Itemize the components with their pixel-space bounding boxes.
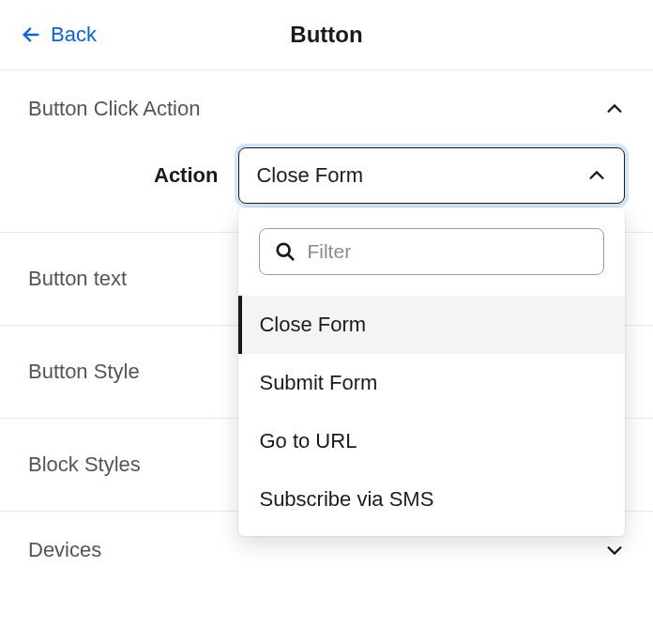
section-header-click-action[interactable]: Button Click Action <box>0 70 653 147</box>
option-submit-form[interactable]: Submit Form <box>238 354 625 412</box>
section-title: Devices <box>28 538 101 562</box>
header: Back Button <box>0 0 653 70</box>
svg-line-2 <box>289 254 294 259</box>
back-label: Back <box>51 23 97 47</box>
page-title: Button <box>290 22 362 48</box>
chevron-up-icon <box>586 165 607 186</box>
option-go-to-url[interactable]: Go to URL <box>238 412 625 470</box>
action-selected-value: Close Form <box>256 163 363 188</box>
back-button[interactable]: Back <box>21 23 97 47</box>
option-subscribe-sms[interactable]: Subscribe via SMS <box>238 470 625 529</box>
search-icon <box>275 241 296 262</box>
action-label: Action <box>154 163 218 188</box>
filter-input[interactable] <box>307 240 588 263</box>
section-title: Button text <box>28 267 127 290</box>
section-title: Button Click Action <box>28 97 200 121</box>
action-select[interactable]: Close Form <box>238 147 625 204</box>
filter-input-wrap[interactable] <box>259 228 604 275</box>
section-button-click-action: Button Click Action Action Close Form <box>0 70 653 233</box>
chevron-down-icon <box>604 540 625 560</box>
section-title: Button Style <box>28 360 140 383</box>
action-dropdown: Close Form Submit Form Go to URL Subscri… <box>238 207 625 536</box>
action-select-wrap: Close Form Close Form Submit For <box>238 147 625 204</box>
chevron-up-icon <box>604 99 625 119</box>
option-close-form[interactable]: Close Form <box>238 296 625 354</box>
action-row: Action Close Form Cl <box>0 147 653 232</box>
section-title: Block Styles <box>28 452 141 476</box>
filter-wrap <box>238 207 625 296</box>
back-arrow-icon <box>21 24 41 45</box>
